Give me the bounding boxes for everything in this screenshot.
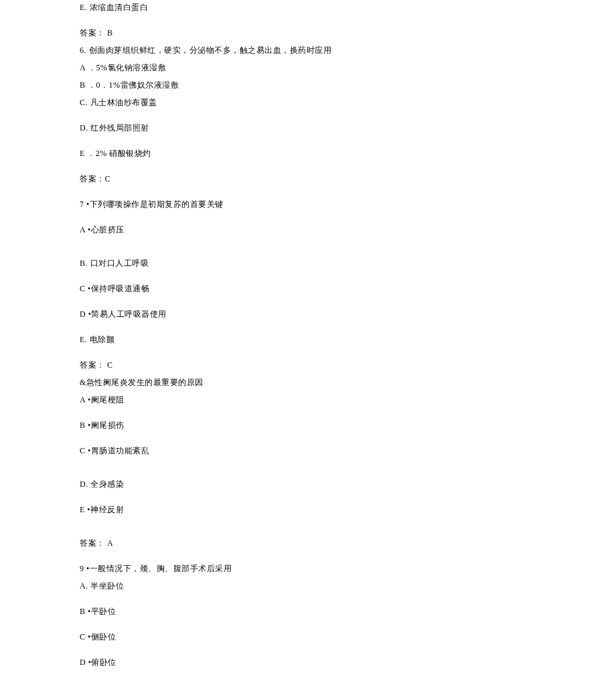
text-line: C •保持呼吸道通畅 [80,283,576,295]
text-line: C •侧卧位 [80,631,576,643]
document-content: E. 浓缩血清白蛋白答案： B6. 创面肉芽组织鲜红，硬实，分泌物不多，触之易出… [80,1,576,681]
blank-line [80,411,576,419]
text-line: 答案： A [80,537,576,549]
text-line: B. 口对口人工呼吸 [80,257,576,269]
blank-line [80,462,576,470]
text-line: A •阑尾梗阻 [80,394,576,406]
text-line: A •心脏挤压 [80,224,576,236]
text-line: C. 凡士林油纱布覆盖 [80,96,576,108]
text-line: 6. 创面肉芽组织鲜红，硬实，分泌物不多，触之易出血，换药时应用 [80,44,576,56]
text-line: B •平卧位 [80,605,576,617]
text-line: D. 红外线局部照射 [80,122,576,134]
text-line: C •胃肠道功能紊乱 [80,445,576,457]
text-line: 答案： B [80,27,576,39]
text-line: D •俯卧位 [80,656,576,668]
text-line: 7 •下列哪项操作是初期复苏的首要关键 [80,198,576,210]
text-line: E •神经反射 [80,504,576,516]
blank-line [80,437,576,445]
blank-line [80,216,576,224]
blank-line [80,623,576,631]
text-line: D •简易人工呼吸器使用 [80,308,576,320]
text-line: B •阑尾损伤 [80,419,576,431]
blank-line [80,275,576,283]
blank-line [80,190,576,198]
text-line: A. 半坐卧位 [80,580,576,592]
blank-line [80,529,576,537]
text-line: E. 电除颤 [80,333,576,346]
blank-line [80,674,576,681]
blank-line [80,300,576,308]
blank-line [80,325,576,333]
document-page: E. 浓缩血清白蛋白答案： B6. 创面肉芽组织鲜红，硬实，分泌物不多，触之易出… [0,0,616,681]
blank-line [80,470,576,478]
blank-line [80,165,576,173]
text-line: 9 •一般情况下，颈、胸、腹部手术后采用 [80,562,576,575]
text-line: &急性阑尾炎发生的最重要的原因 [80,376,576,388]
text-line: 答案： C [80,359,576,371]
blank-line [80,19,576,27]
text-line: 答案：C [80,173,576,185]
text-line: E. 浓缩血清白蛋白 [80,1,576,13]
blank-line [80,496,576,504]
blank-line [80,114,576,122]
blank-line [80,648,576,656]
blank-line [80,521,576,529]
blank-line [80,351,576,359]
text-line: D. 全身感染 [80,478,576,490]
blank-line [80,241,576,249]
blank-line [80,139,576,147]
text-line: A ．5%氯化钠溶液湿敷 [80,62,576,74]
text-line: E ．2% 硝酸银烧灼 [80,147,576,159]
blank-line [80,597,576,605]
blank-line [80,249,576,257]
blank-line [80,554,576,562]
text-line: B ．0．1%雷佛奴尔液湿敷 [80,79,576,91]
